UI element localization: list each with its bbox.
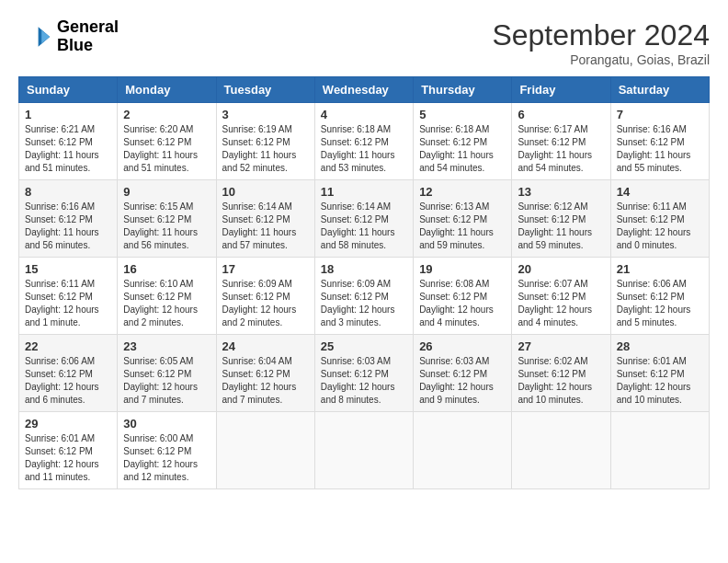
- weekday-header-monday: Monday: [118, 77, 216, 103]
- title-area: September 2024 Porangatu, Goias, Brazil: [492, 18, 710, 67]
- calendar-cell: 11Sunrise: 6:14 AM Sunset: 6:12 PM Dayli…: [314, 180, 413, 258]
- calendar-table: SundayMondayTuesdayWednesdayThursdayFrid…: [18, 76, 710, 489]
- calendar-week-row: 15Sunrise: 6:11 AM Sunset: 6:12 PM Dayli…: [19, 258, 710, 335]
- day-info: Sunrise: 6:17 AM Sunset: 6:12 PM Dayligh…: [518, 123, 604, 175]
- day-number: 7: [617, 108, 703, 121]
- calendar-cell: 22Sunrise: 6:06 AM Sunset: 6:12 PM Dayli…: [19, 335, 118, 412]
- calendar-cell: 18Sunrise: 6:09 AM Sunset: 6:12 PM Dayli…: [314, 258, 413, 335]
- calendar-cell: 16Sunrise: 6:10 AM Sunset: 6:12 PM Dayli…: [118, 258, 216, 335]
- day-info: Sunrise: 6:08 AM Sunset: 6:12 PM Dayligh…: [419, 278, 506, 329]
- day-number: 30: [123, 417, 210, 431]
- day-info: Sunrise: 6:19 AM Sunset: 6:12 PM Dayligh…: [222, 123, 309, 175]
- day-info: Sunrise: 6:18 AM Sunset: 6:12 PM Dayligh…: [419, 123, 506, 175]
- day-number: 16: [123, 262, 210, 276]
- day-number: 19: [419, 262, 506, 276]
- calendar-cell: [512, 412, 610, 489]
- day-number: 24: [222, 339, 309, 353]
- day-info: Sunrise: 6:04 AM Sunset: 6:12 PM Dayligh…: [222, 355, 309, 407]
- calendar-cell: [314, 412, 413, 489]
- day-info: Sunrise: 6:21 AM Sunset: 6:12 PM Dayligh…: [25, 123, 111, 175]
- weekday-header-wednesday: Wednesday: [314, 77, 413, 103]
- day-info: Sunrise: 6:05 AM Sunset: 6:12 PM Dayligh…: [123, 355, 210, 407]
- day-number: 5: [419, 108, 506, 121]
- calendar-cell: 30Sunrise: 6:00 AM Sunset: 6:12 PM Dayli…: [118, 412, 216, 489]
- day-info: Sunrise: 6:07 AM Sunset: 6:12 PM Dayligh…: [518, 278, 604, 329]
- calendar-week-row: 8Sunrise: 6:16 AM Sunset: 6:12 PM Daylig…: [19, 180, 710, 258]
- calendar-cell: 17Sunrise: 6:09 AM Sunset: 6:12 PM Dayli…: [216, 258, 314, 335]
- day-info: Sunrise: 6:09 AM Sunset: 6:12 PM Dayligh…: [321, 278, 407, 329]
- day-number: 4: [321, 108, 407, 121]
- calendar-cell: 20Sunrise: 6:07 AM Sunset: 6:12 PM Dayli…: [512, 258, 610, 335]
- day-number: 14: [617, 185, 703, 199]
- day-number: 26: [419, 339, 506, 353]
- day-number: 23: [123, 339, 210, 353]
- calendar-cell: 1Sunrise: 6:21 AM Sunset: 6:12 PM Daylig…: [19, 103, 118, 180]
- day-number: 28: [617, 339, 703, 353]
- weekday-header-row: SundayMondayTuesdayWednesdayThursdayFrid…: [19, 77, 710, 103]
- calendar-cell: 7Sunrise: 6:16 AM Sunset: 6:12 PM Daylig…: [610, 103, 709, 180]
- calendar-cell: 25Sunrise: 6:03 AM Sunset: 6:12 PM Dayli…: [314, 335, 413, 412]
- calendar-cell: [216, 412, 314, 489]
- calendar-week-row: 29Sunrise: 6:01 AM Sunset: 6:12 PM Dayli…: [19, 412, 710, 489]
- day-number: 11: [321, 185, 407, 199]
- day-info: Sunrise: 6:11 AM Sunset: 6:12 PM Dayligh…: [25, 278, 111, 329]
- weekday-header-friday: Friday: [512, 77, 610, 103]
- calendar-cell: 14Sunrise: 6:11 AM Sunset: 6:12 PM Dayli…: [610, 180, 709, 258]
- day-number: 2: [123, 108, 210, 121]
- day-info: Sunrise: 6:12 AM Sunset: 6:12 PM Dayligh…: [518, 201, 604, 252]
- day-info: Sunrise: 6:06 AM Sunset: 6:12 PM Dayligh…: [617, 278, 703, 329]
- calendar-cell: 29Sunrise: 6:01 AM Sunset: 6:12 PM Dayli…: [19, 412, 118, 489]
- calendar-cell: 8Sunrise: 6:16 AM Sunset: 6:12 PM Daylig…: [19, 180, 118, 258]
- calendar-cell: 2Sunrise: 6:20 AM Sunset: 6:12 PM Daylig…: [118, 103, 216, 180]
- day-number: 3: [222, 108, 309, 121]
- day-number: 21: [617, 262, 703, 276]
- logo-icon: [18, 20, 51, 53]
- page-header: General Blue September 2024 Porangatu, G…: [18, 18, 710, 67]
- day-info: Sunrise: 6:03 AM Sunset: 6:12 PM Dayligh…: [419, 355, 506, 407]
- day-number: 12: [419, 185, 506, 199]
- day-info: Sunrise: 6:16 AM Sunset: 6:12 PM Dayligh…: [617, 123, 703, 175]
- weekday-header-saturday: Saturday: [610, 77, 709, 103]
- location: Porangatu, Goias, Brazil: [492, 52, 710, 67]
- day-number: 1: [25, 108, 111, 121]
- day-number: 8: [25, 185, 111, 199]
- weekday-header-thursday: Thursday: [414, 77, 512, 103]
- day-info: Sunrise: 6:10 AM Sunset: 6:12 PM Dayligh…: [123, 278, 210, 329]
- logo-line2: Blue: [57, 37, 119, 55]
- calendar-cell: 26Sunrise: 6:03 AM Sunset: 6:12 PM Dayli…: [414, 335, 512, 412]
- calendar-cell: 6Sunrise: 6:17 AM Sunset: 6:12 PM Daylig…: [512, 103, 610, 180]
- day-number: 27: [518, 339, 604, 353]
- calendar-week-row: 22Sunrise: 6:06 AM Sunset: 6:12 PM Dayli…: [19, 335, 710, 412]
- day-info: Sunrise: 6:02 AM Sunset: 6:12 PM Dayligh…: [518, 355, 604, 407]
- logo-line1: General: [57, 18, 119, 37]
- day-number: 17: [222, 262, 309, 276]
- day-number: 6: [518, 108, 604, 121]
- day-number: 22: [25, 339, 111, 353]
- day-info: Sunrise: 6:06 AM Sunset: 6:12 PM Dayligh…: [25, 355, 111, 407]
- calendar-cell: 15Sunrise: 6:11 AM Sunset: 6:12 PM Dayli…: [19, 258, 118, 335]
- day-number: 15: [25, 262, 111, 276]
- day-number: 29: [25, 417, 111, 431]
- calendar-cell: 23Sunrise: 6:05 AM Sunset: 6:12 PM Dayli…: [118, 335, 216, 412]
- day-number: 9: [123, 185, 210, 199]
- calendar-cell: [414, 412, 512, 489]
- calendar-cell: 12Sunrise: 6:13 AM Sunset: 6:12 PM Dayli…: [414, 180, 512, 258]
- calendar-cell: 24Sunrise: 6:04 AM Sunset: 6:12 PM Dayli…: [216, 335, 314, 412]
- day-info: Sunrise: 6:14 AM Sunset: 6:12 PM Dayligh…: [222, 201, 309, 252]
- day-info: Sunrise: 6:20 AM Sunset: 6:12 PM Dayligh…: [123, 123, 210, 175]
- day-info: Sunrise: 6:00 AM Sunset: 6:12 PM Dayligh…: [123, 432, 210, 484]
- day-info: Sunrise: 6:16 AM Sunset: 6:12 PM Dayligh…: [25, 201, 111, 252]
- month-year: September 2024: [492, 18, 710, 52]
- day-number: 18: [321, 262, 407, 276]
- calendar-cell: 27Sunrise: 6:02 AM Sunset: 6:12 PM Dayli…: [512, 335, 610, 412]
- weekday-header-tuesday: Tuesday: [216, 77, 314, 103]
- day-number: 20: [518, 262, 604, 276]
- calendar-cell: 19Sunrise: 6:08 AM Sunset: 6:12 PM Dayli…: [414, 258, 512, 335]
- logo-text: General Blue: [57, 18, 119, 55]
- day-info: Sunrise: 6:09 AM Sunset: 6:12 PM Dayligh…: [222, 278, 309, 329]
- calendar-cell: 10Sunrise: 6:14 AM Sunset: 6:12 PM Dayli…: [216, 180, 314, 258]
- calendar-cell: 5Sunrise: 6:18 AM Sunset: 6:12 PM Daylig…: [414, 103, 512, 180]
- calendar-week-row: 1Sunrise: 6:21 AM Sunset: 6:12 PM Daylig…: [19, 103, 710, 180]
- weekday-header-sunday: Sunday: [19, 77, 118, 103]
- logo: General Blue: [18, 18, 119, 55]
